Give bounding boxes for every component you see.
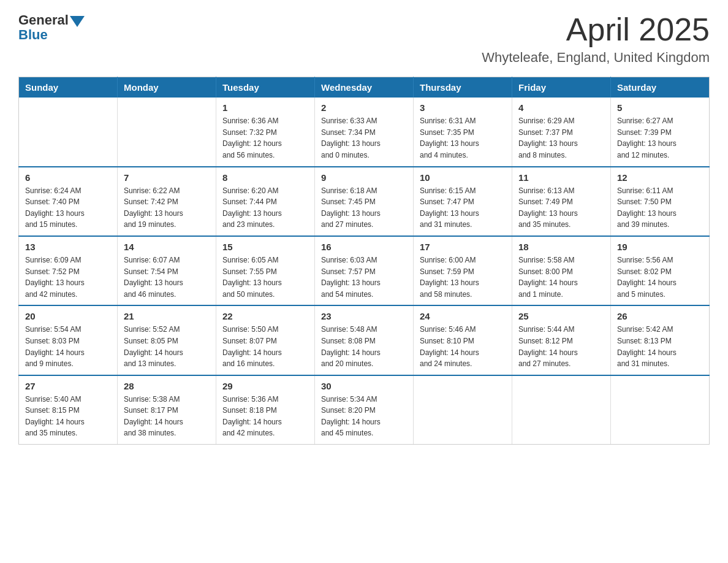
day-of-week-header: Friday (512, 77, 611, 98)
day-number: 8 (222, 172, 308, 183)
calendar-cell: 30Sunrise: 5:34 AM Sunset: 8:20 PM Dayli… (315, 375, 414, 445)
day-number: 22 (222, 311, 308, 321)
logo: General Blue (18, 12, 85, 43)
day-info: Sunrise: 5:36 AM Sunset: 8:18 PM Dayligh… (222, 394, 308, 439)
day-info: Sunrise: 6:09 AM Sunset: 7:52 PM Dayligh… (25, 255, 111, 300)
day-of-week-header: Wednesday (315, 77, 414, 98)
day-info: Sunrise: 5:40 AM Sunset: 8:15 PM Dayligh… (25, 394, 111, 439)
calendar-cell: 12Sunrise: 6:11 AM Sunset: 7:50 PM Dayli… (611, 167, 710, 236)
logo-blue-text: Blue (18, 27, 48, 43)
day-of-week-header: Monday (118, 77, 216, 98)
calendar-week-row: 20Sunrise: 5:54 AM Sunset: 8:03 PM Dayli… (19, 305, 710, 375)
day-info: Sunrise: 6:22 AM Sunset: 7:42 PM Dayligh… (124, 185, 210, 231)
calendar-cell: 9Sunrise: 6:18 AM Sunset: 7:45 PM Daylig… (315, 167, 414, 236)
calendar-cell: 13Sunrise: 6:09 AM Sunset: 7:52 PM Dayli… (19, 236, 118, 305)
day-number: 15 (222, 242, 308, 252)
day-info: Sunrise: 6:33 AM Sunset: 7:34 PM Dayligh… (321, 115, 407, 161)
day-number: 12 (617, 172, 703, 183)
day-of-week-header: Tuesday (216, 77, 315, 98)
day-number: 21 (124, 311, 210, 321)
day-info: Sunrise: 5:58 AM Sunset: 8:00 PM Dayligh… (518, 255, 604, 300)
calendar-cell (611, 375, 710, 445)
day-info: Sunrise: 5:50 AM Sunset: 8:07 PM Dayligh… (222, 324, 308, 369)
day-number: 1 (222, 102, 308, 113)
calendar-cell: 26Sunrise: 5:42 AM Sunset: 8:13 PM Dayli… (611, 305, 710, 375)
day-number: 18 (518, 242, 604, 252)
day-number: 6 (25, 172, 111, 183)
day-info: Sunrise: 6:11 AM Sunset: 7:50 PM Dayligh… (617, 185, 703, 231)
calendar-week-row: 1Sunrise: 6:36 AM Sunset: 7:32 PM Daylig… (19, 98, 710, 166)
calendar-cell: 14Sunrise: 6:07 AM Sunset: 7:54 PM Dayli… (118, 236, 216, 305)
calendar-cell: 20Sunrise: 5:54 AM Sunset: 8:03 PM Dayli… (19, 305, 118, 375)
page-header: General Blue April 2025 Whyteleafe, Engl… (18, 12, 710, 66)
calendar-week-row: 6Sunrise: 6:24 AM Sunset: 7:40 PM Daylig… (19, 167, 710, 236)
calendar-cell: 10Sunrise: 6:15 AM Sunset: 7:47 PM Dayli… (414, 167, 512, 236)
page-subtitle: Whyteleafe, England, United Kingdom (482, 50, 710, 66)
day-info: Sunrise: 5:34 AM Sunset: 8:20 PM Dayligh… (321, 394, 407, 439)
day-of-week-header: Sunday (19, 77, 118, 98)
day-number: 30 (321, 381, 407, 391)
calendar-cell: 8Sunrise: 6:20 AM Sunset: 7:44 PM Daylig… (216, 167, 315, 236)
day-info: Sunrise: 6:15 AM Sunset: 7:47 PM Dayligh… (420, 185, 506, 231)
day-info: Sunrise: 5:56 AM Sunset: 8:02 PM Dayligh… (617, 255, 703, 300)
calendar-cell (118, 98, 216, 166)
day-info: Sunrise: 5:44 AM Sunset: 8:12 PM Dayligh… (518, 324, 604, 369)
calendar-cell: 4Sunrise: 6:29 AM Sunset: 7:37 PM Daylig… (512, 98, 611, 166)
day-info: Sunrise: 5:48 AM Sunset: 8:08 PM Dayligh… (321, 324, 407, 369)
calendar-cell: 21Sunrise: 5:52 AM Sunset: 8:05 PM Dayli… (118, 305, 216, 375)
calendar-cell: 7Sunrise: 6:22 AM Sunset: 7:42 PM Daylig… (118, 167, 216, 236)
day-info: Sunrise: 5:52 AM Sunset: 8:05 PM Dayligh… (124, 324, 210, 369)
day-info: Sunrise: 6:05 AM Sunset: 7:55 PM Dayligh… (222, 255, 308, 300)
title-block: April 2025 Whyteleafe, England, United K… (482, 12, 710, 66)
day-number: 25 (518, 311, 604, 321)
day-of-week-header: Thursday (414, 77, 512, 98)
page-title: April 2025 (482, 12, 710, 47)
calendar-cell: 16Sunrise: 6:03 AM Sunset: 7:57 PM Dayli… (315, 236, 414, 305)
day-info: Sunrise: 6:29 AM Sunset: 7:37 PM Dayligh… (518, 115, 604, 161)
day-number: 20 (25, 311, 111, 321)
day-info: Sunrise: 6:18 AM Sunset: 7:45 PM Dayligh… (321, 185, 407, 231)
calendar-cell: 2Sunrise: 6:33 AM Sunset: 7:34 PM Daylig… (315, 98, 414, 166)
calendar-cell: 5Sunrise: 6:27 AM Sunset: 7:39 PM Daylig… (611, 98, 710, 166)
calendar-cell: 18Sunrise: 5:58 AM Sunset: 8:00 PM Dayli… (512, 236, 611, 305)
calendar-header-row: SundayMondayTuesdayWednesdayThursdayFrid… (19, 77, 710, 98)
day-info: Sunrise: 5:54 AM Sunset: 8:03 PM Dayligh… (25, 324, 111, 369)
day-number: 5 (617, 102, 703, 113)
calendar-cell (19, 98, 118, 166)
calendar-cell (414, 375, 512, 445)
day-number: 10 (420, 172, 506, 183)
calendar-table: SundayMondayTuesdayWednesdayThursdayFrid… (18, 77, 710, 445)
day-info: Sunrise: 6:00 AM Sunset: 7:59 PM Dayligh… (420, 255, 506, 300)
day-number: 16 (321, 242, 407, 252)
day-info: Sunrise: 6:13 AM Sunset: 7:49 PM Dayligh… (518, 185, 604, 231)
calendar-cell: 19Sunrise: 5:56 AM Sunset: 8:02 PM Dayli… (611, 236, 710, 305)
calendar-week-row: 27Sunrise: 5:40 AM Sunset: 8:15 PM Dayli… (19, 375, 710, 445)
day-number: 13 (25, 242, 111, 252)
logo-arrow-icon (70, 16, 85, 27)
calendar-cell: 1Sunrise: 6:36 AM Sunset: 7:32 PM Daylig… (216, 98, 315, 166)
day-number: 2 (321, 102, 407, 113)
day-info: Sunrise: 6:03 AM Sunset: 7:57 PM Dayligh… (321, 255, 407, 300)
day-number: 9 (321, 172, 407, 183)
day-number: 11 (518, 172, 604, 183)
day-number: 28 (124, 381, 210, 391)
day-of-week-header: Saturday (611, 77, 710, 98)
day-info: Sunrise: 5:46 AM Sunset: 8:10 PM Dayligh… (420, 324, 506, 369)
day-number: 27 (25, 381, 111, 391)
day-info: Sunrise: 6:20 AM Sunset: 7:44 PM Dayligh… (222, 185, 308, 231)
day-info: Sunrise: 5:42 AM Sunset: 8:13 PM Dayligh… (617, 324, 703, 369)
calendar-cell: 17Sunrise: 6:00 AM Sunset: 7:59 PM Dayli… (414, 236, 512, 305)
day-info: Sunrise: 6:24 AM Sunset: 7:40 PM Dayligh… (25, 185, 111, 231)
day-number: 23 (321, 311, 407, 321)
calendar-cell: 11Sunrise: 6:13 AM Sunset: 7:49 PM Dayli… (512, 167, 611, 236)
day-number: 24 (420, 311, 506, 321)
day-number: 26 (617, 311, 703, 321)
calendar-cell: 28Sunrise: 5:38 AM Sunset: 8:17 PM Dayli… (118, 375, 216, 445)
day-number: 29 (222, 381, 308, 391)
day-info: Sunrise: 6:36 AM Sunset: 7:32 PM Dayligh… (222, 115, 308, 161)
day-number: 7 (124, 172, 210, 183)
calendar-week-row: 13Sunrise: 6:09 AM Sunset: 7:52 PM Dayli… (19, 236, 710, 305)
calendar-cell: 15Sunrise: 6:05 AM Sunset: 7:55 PM Dayli… (216, 236, 315, 305)
calendar-cell (512, 375, 611, 445)
calendar-cell: 3Sunrise: 6:31 AM Sunset: 7:35 PM Daylig… (414, 98, 512, 166)
